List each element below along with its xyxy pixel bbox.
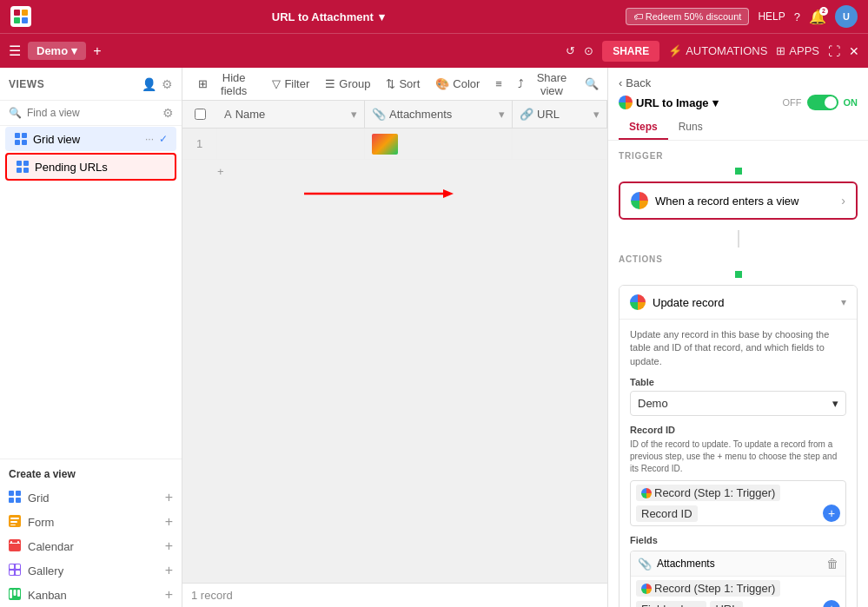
header-checkbox-col — [182, 109, 217, 120]
create-view-label: Create a view — [0, 459, 182, 485]
grid-header: A Name ▾ 📎 Attachments ▾ 🔗 URL ▾ — [182, 101, 607, 129]
filter-button[interactable]: ▽ Filter — [265, 74, 316, 94]
svg-rect-4 — [15, 133, 20, 138]
automation-title-dropdown-icon[interactable]: ▾ — [712, 96, 719, 109]
color-button[interactable]: 🎨 Color — [428, 74, 487, 94]
apps-button[interactable]: ⊞ APPS — [776, 44, 819, 57]
svg-rect-0 — [14, 10, 20, 16]
attachments-trash-button[interactable]: 🗑 — [826, 557, 838, 571]
gallery-create-label: Gallery — [28, 564, 63, 577]
attachments-field-header: 📎 Attachments 🗑 — [631, 551, 845, 577]
grid-view-icon — [14, 132, 28, 146]
hamburger-button[interactable]: ☰ — [9, 43, 21, 59]
history-button[interactable]: ⊙ — [584, 44, 593, 57]
svg-rect-28 — [16, 571, 20, 575]
svg-rect-2 — [14, 17, 20, 23]
sidebar-user-icon[interactable]: 👤 — [142, 77, 156, 91]
close-button[interactable]: ✕ — [849, 44, 859, 58]
attachments-field-value: Record (Step 1: Trigger) Field values UR… — [631, 577, 845, 607]
group-label: Group — [339, 77, 370, 90]
create-grid-view[interactable]: Grid + — [0, 485, 182, 510]
attachments-col-dropdown-icon[interactable]: ▾ — [499, 108, 505, 121]
red-arrow-overlay — [182, 129, 607, 583]
create-form-view[interactable]: Form + — [0, 510, 182, 534]
sidebar-item-grid-view[interactable]: Grid view ··· ✓ — [5, 127, 176, 151]
hide-fields-button[interactable]: ⊞ Hide fields — [191, 68, 263, 101]
create-gallery-view[interactable]: Gallery + — [0, 558, 182, 583]
attachment-add-token-button[interactable]: + — [823, 600, 840, 607]
svg-rect-13 — [16, 491, 21, 496]
attachments-col-icon: 📎 — [372, 108, 386, 121]
grid-search-button[interactable]: 🔍 — [585, 77, 599, 90]
kanban-create-label: Kanban — [28, 589, 67, 602]
panel-title-row: URL to Image ▾ OFF ON — [619, 95, 858, 110]
table-dropdown-icon: ▾ — [832, 397, 838, 410]
svg-rect-8 — [17, 161, 22, 166]
notification-button[interactable]: 🔔 2 — [809, 9, 826, 25]
pending-urls-icon — [16, 160, 30, 174]
svg-rect-18 — [10, 521, 17, 523]
share-view-button[interactable]: ⤴ Share view — [511, 68, 583, 101]
automations-button[interactable]: ⚡ AUTOMATIONS — [668, 44, 767, 57]
url-col-dropdown-icon[interactable]: ▾ — [593, 108, 600, 121]
workspace-tab[interactable]: Demo ▾ — [28, 42, 86, 60]
calendar-create-plus[interactable]: + — [165, 538, 173, 554]
action-header[interactable]: Update record ▾ — [620, 286, 857, 319]
svg-rect-9 — [23, 161, 29, 166]
header-name-col[interactable]: A Name ▾ — [217, 101, 365, 128]
toggle-switch[interactable] — [807, 95, 838, 110]
more-options-icon[interactable]: ··· — [145, 133, 154, 145]
sidebar-settings-icon[interactable]: ⚙ — [162, 77, 173, 91]
tab-runs[interactable]: Runs — [668, 115, 713, 140]
table-select[interactable]: Demo ▾ — [630, 391, 846, 416]
sidebar-item-pending-urls[interactable]: Pending URLs — [5, 153, 176, 181]
tab-steps[interactable]: Steps — [619, 115, 668, 140]
row-name-cell[interactable] — [217, 129, 365, 159]
row-height-button[interactable]: ≡ — [488, 74, 509, 94]
row-num-text: 1 — [196, 137, 202, 150]
logo[interactable] — [10, 6, 31, 27]
trigger-box[interactable]: When a record enters a view › — [619, 181, 858, 220]
dropdown-icon[interactable]: ▾ — [379, 10, 385, 23]
svg-rect-3 — [22, 17, 28, 23]
row-attachment-cell[interactable] — [365, 129, 513, 159]
view-settings-icon[interactable]: ⚙ — [162, 106, 174, 120]
sidebar: VIEWS 👤 ⚙ 🔍 ⚙ Grid view ··· ✓ — [0, 68, 182, 607]
attachment-token-2-label: Field values — [641, 603, 701, 607]
grid-create-plus[interactable]: + — [165, 490, 173, 505]
row-url-cell[interactable] — [513, 129, 607, 159]
name-col-dropdown-icon[interactable]: ▾ — [351, 108, 357, 121]
question-icon[interactable]: ? — [794, 10, 800, 23]
action-box: Update record ▾ Update any record in thi… — [619, 285, 858, 607]
panel-tabs: Steps Runs — [619, 115, 858, 140]
find-view-input[interactable] — [27, 107, 157, 119]
form-create-plus[interactable]: + — [165, 514, 173, 530]
header-url-col[interactable]: 🔗 URL ▾ — [513, 101, 607, 128]
action-body: Update any record in this base by choosi… — [620, 319, 857, 607]
action-expand-icon[interactable]: ▾ — [841, 296, 846, 308]
back-link[interactable]: ‹ Back — [619, 76, 858, 89]
share-view-icon: ⤴ — [518, 77, 524, 90]
share-button[interactable]: SHARE — [602, 41, 659, 62]
avatar[interactable]: U — [835, 5, 858, 28]
select-all-checkbox[interactable] — [195, 109, 206, 120]
add-token-button[interactable]: + — [823, 505, 840, 522]
header-attachments-col[interactable]: 📎 Attachments ▾ — [365, 101, 513, 128]
expand-button[interactable]: ⛶ — [828, 44, 840, 58]
fields-section-label: Fields — [630, 535, 846, 545]
url-col-icon: 🔗 — [520, 108, 533, 121]
undo-button[interactable]: ↺ — [566, 44, 575, 57]
help-button[interactable]: HELP — [758, 10, 785, 23]
name-col-icon: A — [224, 108, 232, 121]
svg-rect-30 — [10, 590, 12, 598]
gallery-create-plus[interactable]: + — [165, 563, 173, 578]
create-calendar-view[interactable]: Calendar + — [0, 534, 182, 558]
kanban-create-plus[interactable]: + — [165, 587, 173, 603]
group-button[interactable]: ☰ Group — [318, 74, 377, 94]
sort-button[interactable]: ⇅ Sort — [379, 74, 427, 94]
add-row-button[interactable]: + — [182, 160, 607, 183]
redeem-button[interactable]: 🏷 Redeem 50% discount — [626, 8, 750, 25]
add-table-button[interactable]: + — [93, 43, 101, 59]
create-kanban-view[interactable]: Kanban + — [0, 583, 182, 607]
sidebar-footer: Create a view Grid + — [0, 459, 182, 607]
